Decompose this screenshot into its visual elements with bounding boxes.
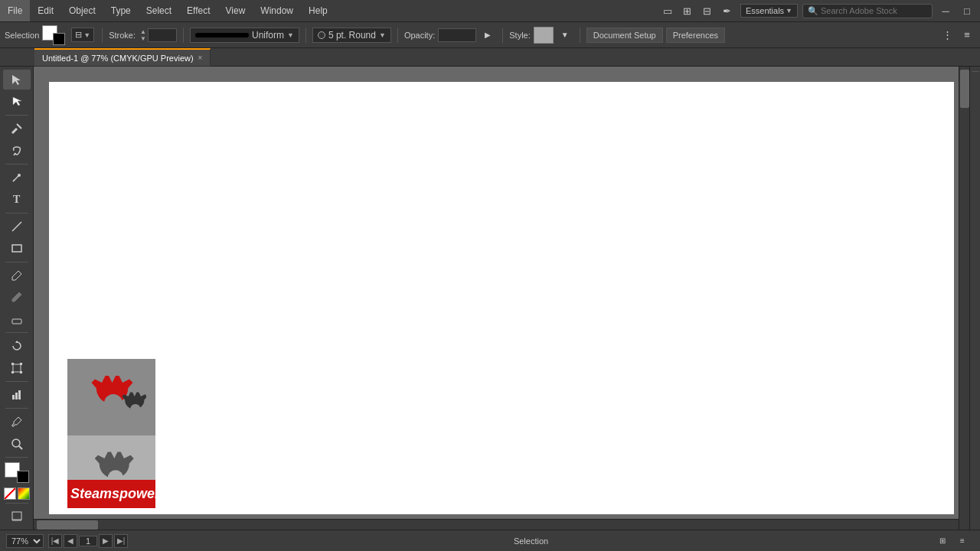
rotate-tool-button[interactable] bbox=[3, 336, 31, 356]
screen-mode-button[interactable] bbox=[3, 507, 31, 527]
pen-tool-button[interactable] bbox=[3, 168, 31, 187]
svg-marker-0 bbox=[12, 75, 21, 85]
tool-sep-1 bbox=[5, 115, 28, 116]
tool-sep-8 bbox=[5, 457, 28, 458]
stroke-round-label: 5 pt. Round bbox=[328, 30, 376, 41]
zoom-control[interactable]: 77% bbox=[6, 534, 44, 548]
stroke-weight-input[interactable]: 1 pt bbox=[148, 28, 177, 42]
preferences-button[interactable]: Preferences bbox=[666, 28, 725, 43]
panel-toggle-icon[interactable]: ≡ bbox=[959, 27, 975, 44]
stock-search-box[interactable]: 🔍 bbox=[802, 4, 933, 18]
pen-icon[interactable]: ✒ bbox=[719, 2, 736, 19]
maximize-icon[interactable]: □ bbox=[959, 2, 975, 19]
stroke-style-dropdown[interactable]: Uniform ▼ bbox=[190, 28, 299, 43]
type-tool-button[interactable]: T bbox=[3, 189, 31, 209]
stroke-round-dropdown[interactable]: 5 pt. Round ▼ bbox=[312, 28, 391, 43]
menu-view[interactable]: View bbox=[218, 0, 253, 21]
artboard-icon-status[interactable]: ⊞ bbox=[934, 533, 951, 549]
last-page-button[interactable]: ▶| bbox=[114, 534, 128, 548]
stroke-cap-dropdown[interactable]: ⊟ ▼ bbox=[71, 28, 94, 42]
vscroll-thumb[interactable] bbox=[960, 70, 969, 108]
gradient-swatch[interactable] bbox=[18, 487, 30, 500]
direct-selection-tool-button[interactable] bbox=[3, 91, 31, 111]
normal-mode-icon[interactable]: ▭ bbox=[659, 2, 676, 19]
paintbrush-tool-button[interactable] bbox=[3, 266, 31, 285]
stroke-weight-control[interactable]: ▲ ▼ 1 pt bbox=[139, 28, 177, 42]
svg-point-24 bbox=[104, 394, 122, 412]
minimize-icon[interactable]: ─ bbox=[937, 2, 954, 19]
menu-effect[interactable]: Effect bbox=[179, 0, 217, 21]
tb-sep-2 bbox=[183, 28, 184, 43]
stroke-down-icon[interactable]: ▼ bbox=[140, 35, 146, 42]
style-swatch[interactable] bbox=[534, 27, 554, 44]
artboard-icon[interactable]: ⊞ bbox=[679, 2, 696, 19]
stroke-cap-label: ⊟ bbox=[75, 30, 82, 40]
svg-marker-1 bbox=[13, 97, 21, 106]
next-page-button[interactable]: ▶ bbox=[99, 534, 113, 548]
svg-rect-16 bbox=[20, 371, 22, 373]
canvas-area[interactable]: Steamspowered bbox=[34, 67, 969, 530]
workspace-caret-icon: ▼ bbox=[786, 7, 792, 15]
svg-rect-10 bbox=[12, 319, 21, 324]
tool-sep-4 bbox=[5, 262, 28, 262]
stroke-swatch-color[interactable] bbox=[53, 33, 65, 45]
selection-tool-button[interactable] bbox=[3, 70, 31, 90]
svg-line-8 bbox=[12, 222, 21, 231]
stroke-round-caret-icon: ▼ bbox=[379, 31, 386, 39]
pencil-tool-button[interactable] bbox=[3, 287, 31, 307]
chart-tool-button[interactable] bbox=[3, 385, 31, 405]
stock-search-input[interactable] bbox=[821, 6, 927, 15]
toolbar-expand-icon[interactable]: ⋮ bbox=[939, 27, 956, 44]
line-tool-button[interactable] bbox=[3, 217, 31, 236]
hscrollbar[interactable] bbox=[34, 519, 959, 530]
prev-page-button[interactable]: ◀ bbox=[64, 534, 77, 548]
stroke-up-icon[interactable]: ▲ bbox=[140, 28, 146, 35]
menu-file[interactable]: File bbox=[0, 0, 30, 21]
svg-rect-13 bbox=[11, 363, 14, 365]
tb-sep-6 bbox=[580, 28, 580, 43]
lasso-tool-button[interactable] bbox=[3, 140, 31, 160]
stroke-uniform-label: Uniform bbox=[252, 30, 284, 41]
zoom-tool-button[interactable] bbox=[3, 434, 31, 454]
first-page-button[interactable]: |◀ bbox=[48, 534, 62, 548]
document-tab[interactable]: Untitled-1 @ 77% (CMYK/GPU Preview) × bbox=[34, 48, 211, 67]
eraser-tool-button[interactable] bbox=[3, 309, 31, 329]
grid-icon[interactable]: ⊟ bbox=[699, 2, 716, 19]
svg-rect-19 bbox=[18, 390, 21, 399]
svg-point-25 bbox=[130, 403, 140, 413]
none-color-icon[interactable] bbox=[4, 487, 16, 500]
menu-type[interactable]: Type bbox=[103, 0, 139, 21]
rect-tool-button[interactable] bbox=[3, 238, 31, 258]
menu-window[interactable]: Window bbox=[253, 0, 301, 21]
style-label: Style: bbox=[509, 31, 531, 40]
vscrollbar[interactable] bbox=[959, 67, 969, 530]
svg-line-2 bbox=[17, 124, 21, 129]
stroke-weight-field[interactable]: 1 pt bbox=[149, 29, 176, 41]
style-caret-icon[interactable]: ▼ bbox=[557, 27, 573, 44]
page-input[interactable] bbox=[79, 536, 97, 546]
menu-bar: File Edit Object Type Select Effect View… bbox=[0, 0, 980, 22]
color-swatch-group bbox=[5, 462, 29, 482]
menu-help[interactable]: Help bbox=[301, 0, 335, 21]
transform-tool-button[interactable] bbox=[3, 357, 31, 377]
document-setup-button[interactable]: Document Setup bbox=[586, 28, 663, 43]
svg-point-20 bbox=[12, 439, 20, 447]
menu-edit[interactable]: Edit bbox=[30, 0, 61, 21]
opacity-field[interactable]: 100% bbox=[439, 29, 466, 41]
arrange-icon-status[interactable]: ≡ bbox=[954, 533, 971, 549]
opacity-expand-icon[interactable]: ▶ bbox=[479, 27, 496, 44]
steam-label: Steamspowered bbox=[67, 480, 155, 508]
zoom-select[interactable]: 77% bbox=[6, 534, 44, 548]
svg-rect-22 bbox=[12, 512, 21, 520]
tb-sep-5 bbox=[502, 28, 503, 43]
opacity-input[interactable]: 100% bbox=[438, 28, 476, 42]
stroke-color-swatch[interactable] bbox=[17, 471, 29, 483]
hscroll-thumb[interactable] bbox=[37, 520, 98, 530]
menu-object[interactable]: Object bbox=[61, 0, 103, 21]
menu-select[interactable]: Select bbox=[139, 0, 179, 21]
workspace-dropdown[interactable]: Essentials ▼ bbox=[740, 4, 798, 18]
eyedropper-tool-button[interactable] bbox=[3, 412, 31, 432]
round-dot-icon bbox=[318, 31, 325, 39]
tab-close-icon[interactable]: × bbox=[198, 54, 203, 62]
magic-wand-tool-button[interactable] bbox=[3, 119, 31, 139]
